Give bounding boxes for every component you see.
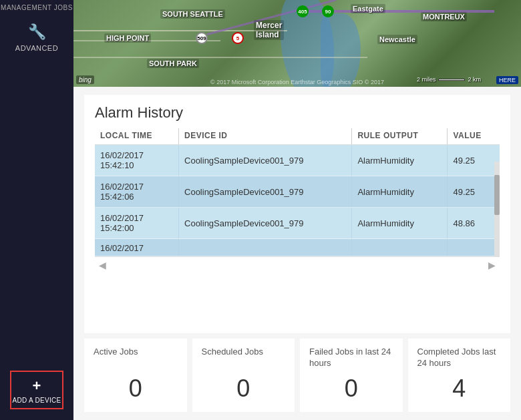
cell-device-id: CoolingSampleDevice001_979 xyxy=(179,208,352,239)
job-card-value-2: 0 xyxy=(309,375,393,403)
main-content: 509 5 90 405 MercerIsland SOUTH SEATTLE … xyxy=(73,0,521,420)
col-rule-output: RULE OUTPUT xyxy=(352,128,448,145)
sidebar: MANAGEMENT JOBS 🔧 ADVANCED + ADD A DEVIC… xyxy=(0,0,73,420)
map-background: 509 5 90 405 MercerIsland SOUTH SEATTLE … xyxy=(73,0,521,87)
cell-rule-output: AlarmHumidity xyxy=(352,145,448,176)
job-card-value-3: 4 xyxy=(417,375,502,403)
road-badge-90: 90 xyxy=(322,5,334,17)
job-card-2: Failed Jobs in last 24 hours0 xyxy=(300,339,403,412)
plus-icon: + xyxy=(33,377,41,395)
cell-value: 49.25 xyxy=(448,176,500,208)
road-h3 xyxy=(73,57,367,58)
map-copyright: © 2017 Microsoft Corporation Earthstar G… xyxy=(210,79,384,85)
cell-device-id xyxy=(179,239,352,256)
scroll-left-button[interactable]: ◀ xyxy=(95,258,110,272)
col-device-id: DEVICE ID xyxy=(179,128,352,145)
map-scale: 2 miles 2 km xyxy=(417,76,481,83)
job-card-title-0: Active Jobs xyxy=(94,347,178,358)
cell-device-id: CoolingSampleDevice001_979 xyxy=(179,145,352,176)
cell-value: 49.25 xyxy=(448,145,500,176)
map-label-mercer-island: MercerIsland xyxy=(254,20,284,40)
water-area-2 xyxy=(321,13,361,87)
road-badge-5: 5 xyxy=(232,32,244,44)
cell-rule-output xyxy=(352,239,448,256)
scroll-thumb[interactable] xyxy=(494,175,500,215)
bing-logo: bing xyxy=(76,75,94,84)
job-card-title-3: Completed Jobs last 24 hours xyxy=(417,347,502,369)
cell-local-time: 16/02/2017 15:42:06 xyxy=(95,176,179,208)
road-badge-405: 405 xyxy=(297,5,309,17)
map-container: 509 5 90 405 MercerIsland SOUTH SEATTLE … xyxy=(73,0,521,87)
scroll-right-button[interactable]: ▶ xyxy=(484,258,500,272)
alarm-history-title: Alarm History xyxy=(95,104,500,122)
wrench-icon: 🔧 xyxy=(28,23,46,41)
map-label-south-seattle: SOUTH SEATTLE xyxy=(160,9,225,19)
sidebar-advanced-label: ADVANCED xyxy=(15,44,58,52)
map-label-newcastle: Newcastle xyxy=(377,35,417,44)
job-card-value-1: 0 xyxy=(202,375,286,403)
cell-local-time: 16/02/2017 15:42:00 xyxy=(95,208,179,239)
map-label-high-point: HIGH POINT xyxy=(104,33,151,43)
sidebar-item-advanced[interactable]: 🔧 ADVANCED xyxy=(0,14,73,59)
cell-local-time: 16/02/2017 15:42:10 xyxy=(95,145,179,176)
map-label-montreux: MONTREUX xyxy=(421,12,467,21)
add-device-button[interactable]: + ADD A DEVICE xyxy=(10,371,63,409)
sidebar-top-label: MANAGEMENT JOBS xyxy=(1,0,73,14)
table-row: 16/02/2017 15:42:10CoolingSampleDevice00… xyxy=(95,145,500,176)
job-card-1: Scheduled Jobs0 xyxy=(192,339,295,412)
map-label-eastgate: Eastgate xyxy=(351,4,385,13)
sidebar-bottom: + ADD A DEVICE xyxy=(0,371,73,420)
cell-device-id: CoolingSampleDevice001_979 xyxy=(179,176,352,208)
alarm-history-section: Alarm History LOCAL TIME DEVICE ID RULE … xyxy=(84,95,510,333)
table-row: 16/02/2017 15:42:00CoolingSampleDevice00… xyxy=(95,208,500,239)
cell-value: 48.86 xyxy=(448,208,500,239)
cell-value xyxy=(448,239,500,256)
job-card-value-0: 0 xyxy=(94,375,178,403)
job-card-0: Active Jobs0 xyxy=(84,339,187,412)
table-row: 16/02/2017 xyxy=(95,239,500,256)
road-badge-509: 509 xyxy=(196,32,208,44)
col-value: VALUE xyxy=(448,128,500,145)
jobs-row: Active Jobs0Scheduled Jobs0Failed Jobs i… xyxy=(84,339,510,412)
map-label-south-park: SOUTH PARK xyxy=(147,59,199,68)
cell-local-time: 16/02/2017 xyxy=(95,239,179,256)
here-badge: HERE xyxy=(496,76,518,84)
col-local-time: LOCAL TIME xyxy=(95,128,179,145)
scrollbar[interactable] xyxy=(494,162,500,256)
add-device-label: ADD A DEVICE xyxy=(12,397,61,404)
table-row: 16/02/2017 15:42:06CoolingSampleDevice00… xyxy=(95,176,500,208)
alarm-table: LOCAL TIME DEVICE ID RULE OUTPUT VALUE 1… xyxy=(95,128,500,256)
job-card-3: Completed Jobs last 24 hours4 xyxy=(408,339,511,412)
cell-rule-output: AlarmHumidity xyxy=(352,176,448,208)
cell-rule-output: AlarmHumidity xyxy=(352,208,448,239)
table-scroll-arrows: ◀ ▶ xyxy=(95,256,500,273)
job-card-title-1: Scheduled Jobs xyxy=(202,347,286,358)
job-card-title-2: Failed Jobs in last 24 hours xyxy=(309,347,393,369)
